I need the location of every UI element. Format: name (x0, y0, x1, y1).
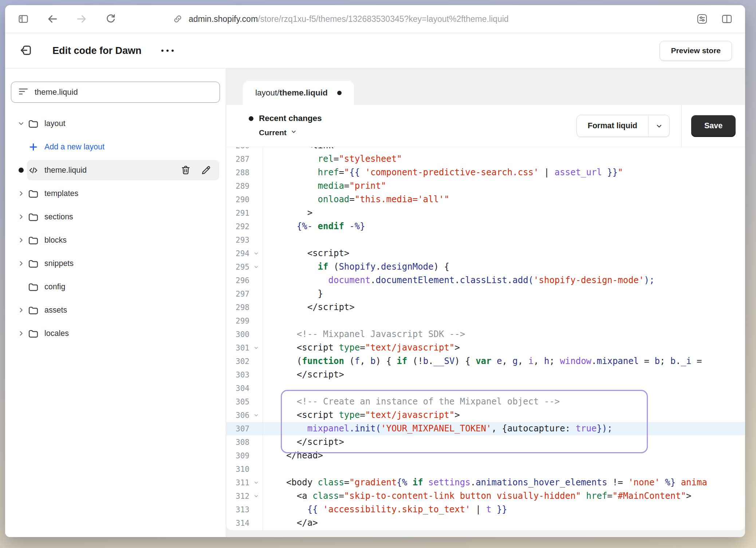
code-line-314[interactable]: 314 </a> (226, 516, 745, 530)
chevron-right-icon[interactable] (15, 329, 28, 337)
chevron-right-icon[interactable] (15, 189, 28, 197)
code-line-310[interactable]: 310 (226, 462, 745, 476)
format-options-chevron-icon[interactable] (648, 115, 669, 137)
code-line-293[interactable]: 293 (226, 233, 745, 247)
folder-icon (28, 118, 44, 129)
preview-store-button[interactable]: Preview store (659, 41, 732, 61)
sidebar-item-snippets[interactable]: snippets (11, 252, 220, 275)
file-sidebar: layoutAdd a new layouttheme.liquidtempla… (5, 68, 226, 537)
code-line-313[interactable]: 313 {{ 'accessibility.skip_to_text' | t … (226, 503, 745, 516)
code-line-301[interactable]: 301 <script type="text/javascript"> (226, 341, 745, 355)
code-line-297[interactable]: 297 } (226, 287, 745, 301)
code-line-289[interactable]: 289 media="print" (226, 179, 745, 193)
code-line-296[interactable]: 296 document.documentElement.classList.a… (226, 274, 745, 287)
line-number: 296 (226, 276, 249, 285)
code-line-288[interactable]: 288 href="{{ 'component-predictive-searc… (226, 166, 745, 179)
search-input[interactable] (35, 87, 213, 97)
chevron-down-icon[interactable] (15, 120, 28, 128)
sidebar-item-blocks[interactable]: blocks (11, 228, 220, 252)
fold-chevron-icon[interactable] (249, 493, 263, 499)
fold-chevron-icon[interactable] (249, 412, 263, 418)
code-line-300[interactable]: 300 <!-- Mixpanel Javascript SDK --> (226, 328, 745, 341)
chevron-right-icon[interactable] (15, 236, 28, 244)
code-editor[interactable]: 286 <link287 rel="stylesheet"288 href="{… (226, 147, 745, 530)
code-line-292[interactable]: 292 {%- endif -%} (226, 220, 745, 233)
fold-chevron-icon[interactable] (249, 264, 263, 270)
unsaved-dot (337, 91, 342, 95)
line-number: 307 (226, 424, 249, 433)
chevron-down-icon (290, 128, 297, 137)
url-domain: admin.shopify.com (189, 14, 258, 24)
editor-toolbar: Recent changes Current Format liqu (226, 105, 745, 147)
save-button[interactable]: Save (691, 115, 736, 137)
exit-editor-icon[interactable] (18, 43, 34, 59)
edit-icon[interactable] (200, 164, 212, 176)
code-line-text: > (263, 206, 312, 220)
sidebar-item-config[interactable]: config (11, 275, 220, 298)
code-line-308[interactable]: 308 </script> (226, 435, 745, 449)
code-line-311[interactable]: 311 <body class="gradient{% if settings.… (226, 476, 745, 489)
tab-layout-theme-liquid[interactable]: layout/theme.liquid (243, 81, 354, 105)
sidebar-item-templates[interactable]: templates (11, 182, 220, 205)
code-line-text: } (263, 287, 323, 301)
code-line-304[interactable]: 304 (226, 381, 745, 395)
line-number: 289 (226, 182, 249, 191)
code-line-299[interactable]: 299 (226, 314, 745, 328)
fold-chevron-icon[interactable] (249, 250, 263, 257)
code-line-295[interactable]: 295 if (Shopify.designMode) { (226, 260, 745, 274)
reload-icon[interactable] (103, 12, 118, 26)
code-line-text: onload="this.media='all'" (263, 193, 449, 206)
forward-icon[interactable] (74, 12, 89, 26)
code-line-text: <link (263, 147, 334, 152)
chevron-right-icon[interactable] (15, 259, 28, 267)
code-line-text: <!-- Mixpanel Javascript SDK --> (263, 328, 465, 341)
tab-label: layout/theme.liquid (255, 88, 328, 98)
code-line-287[interactable]: 287 rel="stylesheet" (226, 152, 745, 166)
split-view-icon[interactable] (720, 12, 734, 26)
line-number: 287 (226, 155, 249, 164)
code-line-290[interactable]: 290 onload="this.media='all'" (226, 193, 745, 206)
sidebar-item-label: Add a new layout (44, 142, 105, 152)
sidebar-item-add-a-new-layout[interactable]: Add a new layout (11, 135, 220, 158)
code-line-286[interactable]: 286 <link (226, 147, 745, 152)
code-line-305[interactable]: 305 <!-- Create an instance of the Mixpa… (226, 395, 745, 408)
code-line-309[interactable]: 309 </head> (226, 449, 745, 462)
code-line-306[interactable]: 306 <script type="text/javascript"> (226, 408, 745, 422)
code-line-294[interactable]: 294 <script> (226, 247, 745, 260)
code-line-text: {{ 'accessibility.skip_to_text' | t }} (263, 503, 507, 516)
sidebar-item-locales[interactable]: locales (11, 322, 220, 345)
chevron-right-icon[interactable] (15, 306, 28, 314)
sidebar-item-theme-liquid[interactable]: theme.liquid (11, 158, 220, 182)
format-liquid-button[interactable]: Format liquid (576, 115, 670, 137)
fold-chevron-icon[interactable] (249, 345, 263, 351)
address-bar[interactable]: admin.shopify.com/store/rzq1xu-f5/themes… (173, 14, 509, 24)
sidebar-toggle-icon[interactable] (16, 12, 31, 26)
more-options-icon[interactable] (161, 50, 174, 52)
code-line-text: </script> (263, 435, 344, 449)
version-label: Current (259, 128, 287, 137)
delete-icon[interactable] (180, 164, 192, 176)
code-line-text: </script> (263, 368, 344, 381)
code-line-298[interactable]: 298 </script> (226, 301, 745, 314)
code-line-303[interactable]: 303 </script> (226, 368, 745, 381)
back-icon[interactable] (45, 12, 60, 26)
code-line-302[interactable]: 302 (function (f, b) { if (!b.__SV) { va… (226, 355, 745, 368)
page-settings-icon[interactable] (695, 12, 709, 26)
sidebar-item-layout[interactable]: layout (11, 112, 220, 135)
line-number: 310 (226, 465, 249, 474)
folder-icon (28, 305, 44, 316)
sidebar-item-sections[interactable]: sections (11, 205, 220, 228)
tab-strip: layout/theme.liquid (226, 68, 745, 105)
version-dropdown[interactable]: Current (259, 128, 322, 137)
code-line-text: document.documentElement.classList.add('… (263, 274, 654, 287)
code-line-291[interactable]: 291 > (226, 206, 745, 220)
line-number: 292 (226, 222, 249, 231)
code-line-312[interactable]: 312 <a class="skip-to-content-link butto… (226, 489, 745, 503)
code-line-307[interactable]: 307 mixpanel.init('YOUR_MIXPANEL_TOKEN',… (226, 422, 745, 435)
sidebar-item-assets[interactable]: assets (11, 298, 220, 322)
chevron-right-icon[interactable] (15, 213, 28, 221)
unsaved-dot (15, 168, 28, 173)
browser-window: admin.shopify.com/store/rzq1xu-f5/themes… (5, 5, 745, 537)
fold-chevron-icon[interactable] (249, 480, 263, 486)
line-number: 302 (226, 357, 249, 366)
